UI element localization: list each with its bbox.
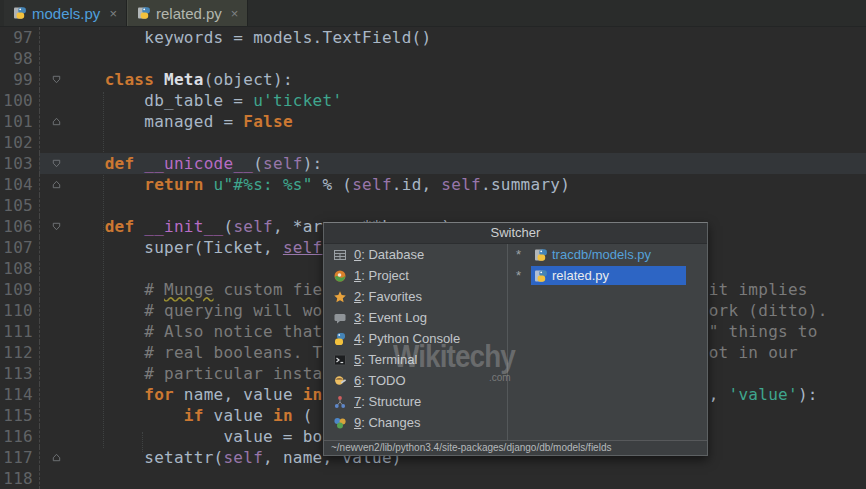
line-number[interactable]: 108 <box>0 258 33 279</box>
file-item[interactable]: tracdb/models.py <box>531 245 686 264</box>
line-number[interactable]: 114 <box>0 384 33 405</box>
fold-gutter <box>39 237 65 258</box>
switcher-file-tracdb-models-py[interactable]: *tracdb/models.py <box>508 244 707 265</box>
line-number[interactable]: 111 <box>0 321 33 342</box>
code-text[interactable] <box>65 468 866 489</box>
code-text[interactable] <box>65 48 866 69</box>
editor-tab-bar: models.py × related.py × <box>0 0 866 27</box>
line-number[interactable]: 101 <box>0 111 33 132</box>
code-line-99[interactable]: 99 class Meta(object): <box>0 69 866 90</box>
fold-down-icon[interactable] <box>39 69 65 90</box>
fold-gutter <box>39 363 65 384</box>
watermark: Wikitechy <box>393 339 515 375</box>
tab-related-py[interactable]: related.py × <box>127 0 248 26</box>
fold-gutter <box>39 279 65 300</box>
fold-gutter <box>39 300 65 321</box>
terminal-icon <box>333 352 348 367</box>
switcher-tool-structure[interactable]: 7: Structure <box>324 391 507 412</box>
watermark-suffix: .com <box>489 372 511 383</box>
database-icon <box>333 247 348 262</box>
line-number[interactable]: 103 <box>0 153 33 174</box>
code-text[interactable]: managed = False <box>65 111 866 132</box>
code-text[interactable]: def __unicode__(self): <box>65 153 866 174</box>
file-label: tracdb/models.py <box>552 247 651 262</box>
fold-up-icon[interactable] <box>39 174 65 195</box>
tool-window-label: 0: Database <box>354 247 424 262</box>
code-text[interactable]: keywords = models.TextField() <box>65 27 866 48</box>
tool-window-label: 7: Structure <box>354 394 421 409</box>
line-number[interactable]: 107 <box>0 237 33 258</box>
line-number[interactable]: 115 <box>0 405 33 426</box>
changes-icon <box>333 415 348 430</box>
code-line-102[interactable]: 102 <box>0 132 866 153</box>
tab-models-py[interactable]: models.py × <box>4 0 127 26</box>
switcher-tool-project[interactable]: 1: Project <box>324 265 507 286</box>
code-text[interactable] <box>65 132 866 153</box>
line-number[interactable]: 100 <box>0 90 33 111</box>
code-line-100[interactable]: 100 db_table = u'ticket' <box>0 90 866 111</box>
code-text[interactable]: return u"#%s: %s" % (self.id, self.summa… <box>65 174 866 195</box>
python-file-icon <box>534 248 548 262</box>
selected-file-item[interactable]: related.py <box>531 266 686 285</box>
code-text[interactable]: db_table = u'ticket' <box>65 90 866 111</box>
line-number[interactable]: 105 <box>0 195 33 216</box>
line-number[interactable]: 106 <box>0 216 33 237</box>
line-number[interactable]: 112 <box>0 342 33 363</box>
switcher-tool-database[interactable]: 0: Database <box>324 244 507 265</box>
tool-window-label: 2: Favorites <box>354 289 422 304</box>
fold-up-icon[interactable] <box>39 447 65 468</box>
code-line-104[interactable]: 104 return u"#%s: %s" % (self.id, self.s… <box>0 174 866 195</box>
favorites-star-icon <box>333 289 348 304</box>
project-icon <box>333 268 348 283</box>
python-console-icon <box>333 331 348 346</box>
python-file-icon <box>13 6 27 20</box>
code-line-118[interactable]: 118 <box>0 468 866 489</box>
tool-window-label: 9: Changes <box>354 415 421 430</box>
fold-gutter <box>39 195 65 216</box>
fold-up-icon[interactable] <box>39 111 65 132</box>
line-number[interactable]: 102 <box>0 132 33 153</box>
switcher-body: 0: Database1: Project2: Favorites3: Even… <box>324 244 707 440</box>
tool-window-label: 3: Event Log <box>354 310 427 325</box>
line-number[interactable]: 113 <box>0 363 33 384</box>
tool-window-label: 1: Project <box>354 268 409 283</box>
switcher-tool-favorites[interactable]: 2: Favorites <box>324 286 507 307</box>
python-file-icon <box>534 269 548 283</box>
fold-gutter <box>39 384 65 405</box>
fold-gutter <box>39 426 65 447</box>
close-icon[interactable]: × <box>231 7 239 20</box>
switcher-file-list: *tracdb/models.py*related.py <box>507 244 707 440</box>
fold-gutter <box>39 321 65 342</box>
code-text[interactable] <box>65 195 866 216</box>
code-line-101[interactable]: 101 managed = False <box>0 111 866 132</box>
line-number[interactable]: 104 <box>0 174 33 195</box>
close-icon[interactable]: × <box>109 7 117 20</box>
line-number[interactable]: 98 <box>0 48 33 69</box>
ide-window: models.py × related.py × 97 keywords = m… <box>0 0 866 489</box>
fold-gutter <box>39 468 65 489</box>
code-line-98[interactable]: 98 <box>0 48 866 69</box>
line-number[interactable]: 97 <box>0 27 33 48</box>
structure-icon <box>333 394 348 409</box>
modified-marker: * <box>516 247 531 262</box>
fold-down-icon[interactable] <box>39 153 65 174</box>
code-line-97[interactable]: 97 keywords = models.TextField() <box>0 27 866 48</box>
line-number[interactable]: 99 <box>0 69 33 90</box>
fold-gutter <box>39 132 65 153</box>
switcher-file-related-py[interactable]: *related.py <box>508 265 707 286</box>
line-number[interactable]: 109 <box>0 279 33 300</box>
event-log-icon <box>333 310 348 325</box>
tab-label: related.py <box>156 5 222 22</box>
fold-down-icon[interactable] <box>39 216 65 237</box>
line-number[interactable]: 117 <box>0 447 33 468</box>
switcher-tool-changes[interactable]: 9: Changes <box>324 412 507 433</box>
code-text[interactable]: class Meta(object): <box>65 69 866 90</box>
code-line-105[interactable]: 105 <box>0 195 866 216</box>
code-line-103[interactable]: 103 def __unicode__(self): <box>0 153 866 174</box>
switcher-tool-event-log[interactable]: 3: Event Log <box>324 307 507 328</box>
line-number[interactable]: 118 <box>0 468 33 489</box>
tool-window-label: 6: TODO <box>354 373 406 388</box>
line-number[interactable]: 110 <box>0 300 33 321</box>
python-file-icon <box>137 6 151 20</box>
line-number[interactable]: 116 <box>0 426 33 447</box>
